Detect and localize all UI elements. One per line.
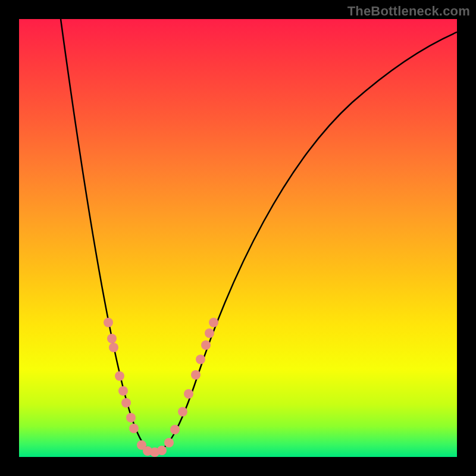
marker-dot <box>107 334 117 343</box>
marker-dot <box>115 371 124 381</box>
chart-frame <box>19 19 457 457</box>
marker-dot <box>184 389 193 399</box>
marker-dot <box>157 446 167 455</box>
marker-dot <box>170 425 180 434</box>
marker-dot <box>126 413 136 422</box>
marker-dot <box>205 328 214 338</box>
marker-dot <box>178 407 187 416</box>
marker-dot <box>129 424 139 433</box>
marker-dot <box>201 340 211 350</box>
marker-dot <box>209 318 218 327</box>
marker-dot <box>191 370 201 380</box>
marker-group <box>104 318 218 457</box>
marker-dot <box>121 398 131 408</box>
marker-dot <box>109 343 118 352</box>
chart-svg <box>19 19 457 457</box>
watermark-text: TheBottleneck.com <box>347 4 470 19</box>
bottleneck-curve <box>61 19 457 452</box>
marker-dot <box>196 355 205 364</box>
marker-dot <box>104 318 113 327</box>
marker-dot <box>118 386 128 396</box>
marker-dot <box>164 438 174 447</box>
